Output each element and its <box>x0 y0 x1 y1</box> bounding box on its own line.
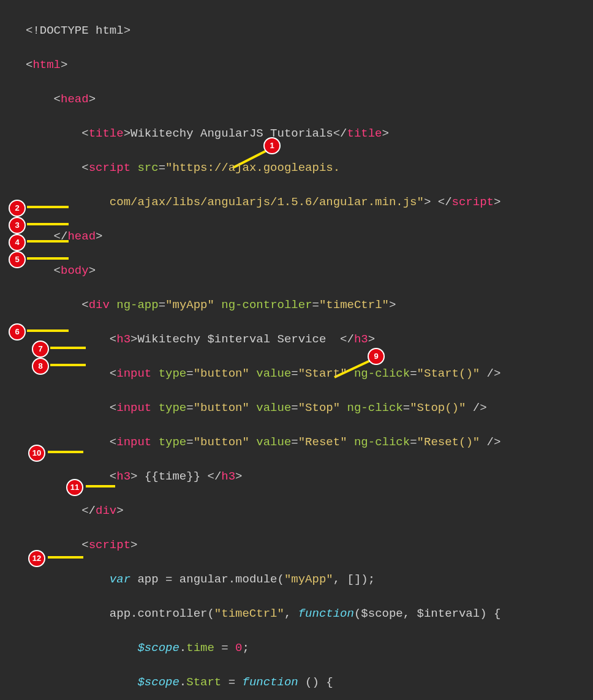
marker-4: 4 <box>9 234 26 251</box>
line-15: </div> <box>26 502 500 519</box>
marker-2: 2 <box>9 200 26 217</box>
marker-9: 9 <box>368 348 385 365</box>
line-18: app.controller("timeCtrl", function($sco… <box>26 605 500 622</box>
marker-6: 6 <box>9 323 26 341</box>
marker-12: 12 <box>28 550 45 567</box>
marker-3: 3 <box>9 217 26 234</box>
marker-8: 8 <box>32 358 49 375</box>
line-19: $scope.time = 0; <box>26 639 500 657</box>
line-16: <script> <box>26 536 500 554</box>
line-6: com/ajax/libs/angularjs/1.5.6/angular.mi… <box>26 194 500 211</box>
code-block: <!DOCTYPE html> <html> <head> <title>Wik… <box>26 5 500 700</box>
marker-5: 5 <box>9 251 26 268</box>
line-20: $scope.Start = function () { <box>26 674 500 691</box>
line-10: <h3>Wikitechy $interval Service </h3> <box>26 331 500 348</box>
line-3: <head> <box>26 91 500 108</box>
line-9: <div ng-app="myApp" ng-controller="timeC… <box>26 296 500 314</box>
marker-7: 7 <box>32 341 49 358</box>
marker-10: 10 <box>28 445 45 462</box>
line-1: <!DOCTYPE html> <box>26 22 500 39</box>
line-8: <body> <box>26 262 500 279</box>
line-17: var app = angular.module("myApp", []); <box>26 571 500 588</box>
line-7: </head> <box>26 228 500 245</box>
code-screenshot: 1 2 3 4 5 6 7 8 9 10 11 12 <!DOCTYPE htm… <box>0 0 593 700</box>
line-4: <title>Wikitechy AngularJS Tutorials</ti… <box>26 125 500 142</box>
marker-1: 1 <box>263 137 281 154</box>
line-2: <html> <box>26 56 500 73</box>
line-5: <script src="https://ajax.googleapis. <box>26 159 500 176</box>
line-12: <input type="button" value="Stop" ng-cli… <box>26 399 500 416</box>
line-11: <input type="button" value="Start" ng-cl… <box>26 365 500 382</box>
line-13: <input type="button" value="Reset" ng-cl… <box>26 434 500 451</box>
line-14: <h3> {{time}} </h3> <box>26 468 500 485</box>
marker-11: 11 <box>66 479 83 496</box>
